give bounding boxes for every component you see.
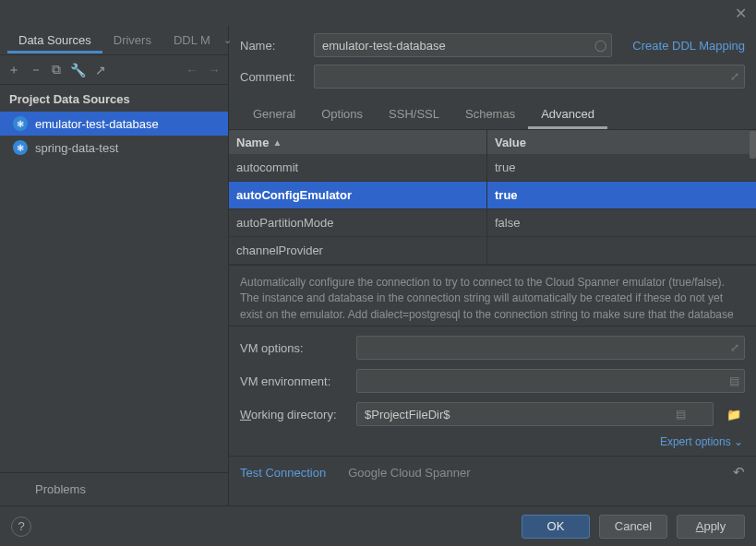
working-dir-input[interactable]	[356, 402, 714, 426]
property-description: Automatically configure the connection t…	[229, 266, 756, 326]
sort-asc-icon: ▲	[272, 137, 282, 148]
tab-data-sources[interactable]: Data Sources	[7, 28, 102, 53]
name-label: Name:	[240, 39, 305, 53]
table-row[interactable]: autoPartitionMode false	[229, 209, 756, 237]
table-row[interactable]: channelProvider	[229, 237, 756, 265]
chevron-down-icon: ⌄	[734, 435, 743, 448]
vm-options-input[interactable]	[356, 336, 745, 360]
left-panel: Data Sources Drivers DDL M ⌄ ＋ － ⧉ 🔧 ↗ ←…	[0, 26, 229, 505]
add-icon[interactable]: ＋	[7, 62, 20, 78]
vm-env-input[interactable]	[356, 369, 745, 393]
cancel-button[interactable]: Cancel	[599, 515, 667, 539]
subtab-advanced[interactable]: Advanced	[528, 100, 607, 129]
table-row[interactable]: autocommit true	[229, 154, 756, 182]
wrench-icon[interactable]: 🔧	[70, 63, 86, 77]
subtab-general[interactable]: General	[240, 100, 308, 129]
expert-options-label: Expert options	[660, 435, 731, 448]
prop-name: autoPartitionMode	[229, 209, 487, 236]
col-name-header[interactable]: Name	[236, 136, 269, 149]
tab-ddl-label: DDL M	[174, 33, 210, 47]
list-icon[interactable]: ▤	[676, 408, 686, 421]
properties-table: Name▲ Value autocommit true autoConfigEm…	[229, 130, 756, 266]
problems-section[interactable]: Problems	[0, 472, 228, 505]
vm-env-label: VM environment:	[240, 374, 347, 388]
table-row[interactable]: autoConfigEmulator true	[229, 182, 756, 209]
prop-value[interactable]: true	[487, 160, 756, 174]
tab-ddl[interactable]: DDL M	[162, 28, 222, 53]
prop-name: autoConfigEmulator	[229, 182, 487, 208]
prop-name: autocommit	[229, 154, 487, 181]
data-source-tree: ✱ emulator-test-database ✱ spring-data-t…	[0, 112, 228, 459]
back-icon[interactable]: ←	[186, 63, 198, 77]
prop-value[interactable]: false	[487, 216, 756, 230]
right-panel: Name: ◯ Create DDL Mapping Comment: ⤢	[229, 26, 756, 505]
close-icon[interactable]: ✕	[735, 5, 747, 22]
scrollbar[interactable]	[750, 131, 756, 159]
working-dir-label: Working directory:	[240, 408, 347, 421]
left-toolbar: ＋ － ⧉ 🔧 ↗ ← →	[0, 55, 228, 85]
help-icon[interactable]: ?	[11, 516, 31, 537]
sub-tabs: General Options SSH/SSL Schemas Advanced	[229, 100, 756, 130]
subtab-schemas[interactable]: Schemas	[452, 100, 528, 129]
comment-input[interactable]	[314, 65, 745, 89]
tree-item-label: spring-data-test	[35, 141, 118, 155]
tree-item-label: emulator-test-database	[35, 117, 159, 131]
database-icon: ✱	[13, 116, 28, 131]
comment-label: Comment:	[240, 70, 305, 84]
ok-button[interactable]: OK	[522, 515, 590, 539]
subtab-options[interactable]: Options	[308, 100, 376, 129]
apply-button[interactable]: Apply	[677, 515, 745, 539]
database-icon: ✱	[13, 140, 28, 155]
driver-name: Google Cloud Spanner	[348, 466, 470, 480]
section-header: Project Data Sources	[0, 85, 228, 112]
create-ddl-link[interactable]: Create DDL Mapping	[632, 39, 745, 53]
col-value-header[interactable]: Value	[487, 136, 756, 149]
remove-icon[interactable]: －	[30, 62, 42, 78]
forward-icon[interactable]: →	[208, 63, 221, 77]
tab-drivers[interactable]: Drivers	[102, 28, 162, 53]
prop-value[interactable]: true	[487, 188, 756, 202]
vm-options-label: VM options:	[240, 341, 347, 355]
table-header[interactable]: Name▲ Value	[229, 130, 756, 154]
subtab-ssh[interactable]: SSH/SSL	[376, 100, 452, 129]
folder-icon[interactable]: 📁	[723, 402, 745, 426]
expand-icon[interactable]: ⤢	[730, 341, 739, 354]
tree-item[interactable]: ✱ emulator-test-database	[0, 112, 228, 136]
export-icon[interactable]: ↗	[95, 63, 106, 77]
dialog-footer: ? OK Cancel Apply	[0, 505, 756, 546]
copy-icon[interactable]: ⧉	[52, 62, 61, 77]
test-connection-link[interactable]: Test Connection	[240, 466, 326, 480]
undo-icon[interactable]: ↶	[733, 464, 745, 481]
name-input[interactable]	[314, 33, 612, 57]
prop-name: channelProvider	[229, 237, 487, 264]
list-icon[interactable]: ▤	[729, 374, 739, 387]
tree-item[interactable]: ✱ spring-data-test	[0, 136, 228, 160]
expert-options-link[interactable]: Expert options ⌄	[660, 435, 743, 448]
left-tabs: Data Sources Drivers DDL M ⌄	[0, 26, 228, 55]
